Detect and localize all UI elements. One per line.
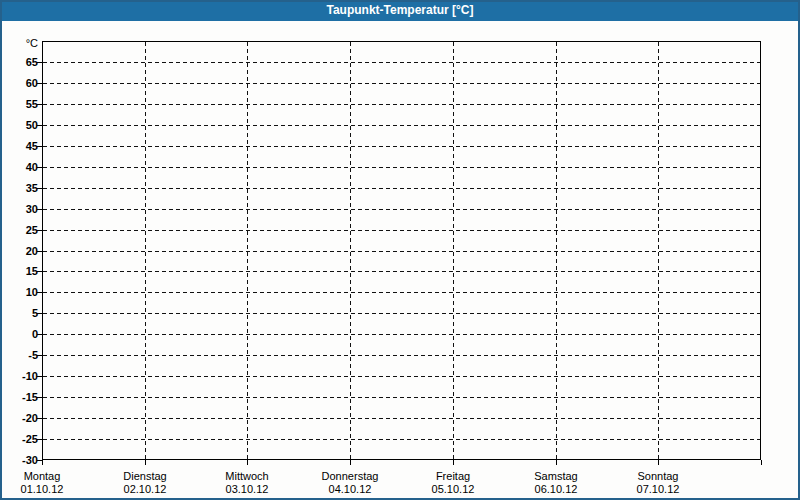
x-axis-tick [145,460,146,465]
h-gridline [43,167,760,168]
v-gridline [556,42,557,459]
v-gridline [658,42,659,459]
y-axis-tick-label: 5 [2,307,38,319]
x-axis-date-label: 05.10.12 [405,483,501,495]
y-axis-tick-label: 45 [2,140,38,152]
x-axis-date-label: 01.10.12 [0,483,90,495]
h-gridline [43,251,760,252]
v-gridline [350,42,351,459]
y-axis-tick-label: -15 [2,391,38,403]
h-gridline [43,376,760,377]
y-axis-tick-label: 20 [2,245,38,257]
y-axis-tick-label: 60 [2,77,38,89]
h-gridline [43,146,760,147]
h-gridline [43,104,760,105]
y-axis-tick-label: -30 [2,454,38,466]
x-axis-date-label: 06.10.12 [508,483,604,495]
h-gridline [43,83,760,84]
x-axis-date-label: 04.10.12 [302,483,398,495]
x-axis-tick [42,460,43,465]
h-gridline [43,188,760,189]
y-axis-tick-label: 30 [2,203,38,215]
x-axis-day-label: Freitag [405,470,501,482]
h-gridline [43,355,760,356]
y-axis-unit-label: °C [2,37,38,49]
h-gridline [43,271,760,272]
x-axis-day-label: Samstag [508,470,604,482]
chart-title-bar: Taupunkt-Temperatur [°C] [0,0,800,21]
h-gridline [43,125,760,126]
y-axis-tick-label: 35 [2,182,38,194]
x-axis-tick [247,460,248,465]
y-axis-tick-label: 15 [2,265,38,277]
h-gridline [43,209,760,210]
h-gridline [43,292,760,293]
x-axis-day-label: Montag [0,470,90,482]
x-axis-date-label: 07.10.12 [610,483,706,495]
x-axis-date-label: 03.10.12 [199,483,295,495]
h-gridline [43,397,760,398]
v-gridline [145,42,146,459]
x-axis-tick [658,460,659,465]
h-gridline [43,334,760,335]
x-axis-date-label: 02.10.12 [97,483,193,495]
h-gridline [43,418,760,419]
v-gridline [453,42,454,459]
y-axis-tick-label: 50 [2,119,38,131]
x-axis-tick [453,460,454,465]
h-gridline [43,313,760,314]
x-axis-day-label: Mittwoch [199,470,295,482]
x-axis-tick [556,460,557,465]
chart-window: Taupunkt-Temperatur [°C] °C 656055504540… [0,0,800,500]
y-axis-tick-label: -10 [2,370,38,382]
y-axis-tick-label: -20 [2,412,38,424]
y-axis-tick-label: -25 [2,433,38,445]
v-gridline [247,42,248,459]
x-axis-tick [761,460,762,465]
y-axis-tick-label: 0 [2,328,38,340]
chart-title: Taupunkt-Temperatur [°C] [326,3,473,17]
y-axis-tick-label: 25 [2,224,38,236]
y-axis-tick-label: 10 [2,286,38,298]
x-axis-tick [350,460,351,465]
x-axis-day-label: Donnerstag [302,470,398,482]
y-axis-tick-label: 55 [2,98,38,110]
x-axis-day-label: Dienstag [97,470,193,482]
y-axis-tick-label: 40 [2,161,38,173]
y-axis-tick-label: -5 [2,349,38,361]
x-axis-day-label: Sonntag [610,470,706,482]
h-gridline [43,439,760,440]
h-gridline [43,230,760,231]
h-gridline [43,62,760,63]
y-axis-tick-label: 65 [2,56,38,68]
